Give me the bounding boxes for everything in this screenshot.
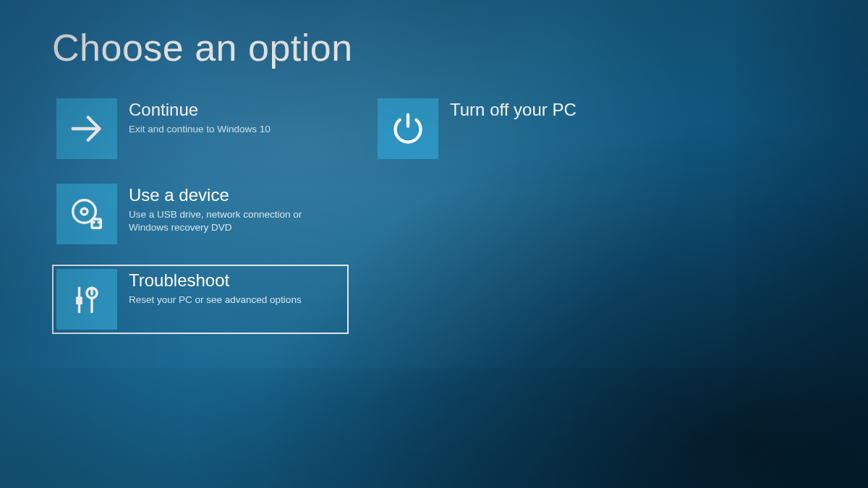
option-use-device[interactable]: Use a device Use a USB drive, network co…	[52, 179, 349, 249]
option-troubleshoot-title: Troubleshoot	[129, 270, 302, 291]
disc-usb-icon	[56, 184, 117, 244]
option-use-device-desc: Use a USB drive, network connection or W…	[129, 208, 331, 234]
page-title: Choose an option	[52, 26, 816, 69]
option-troubleshoot-desc: Reset your PC or see advanced options	[129, 294, 302, 307]
power-icon	[378, 98, 438, 159]
option-use-device-title: Use a device	[129, 185, 331, 205]
option-continue-title: Continue	[129, 100, 271, 120]
tools-icon	[56, 269, 117, 330]
svg-point-2	[81, 208, 88, 215]
arrow-right-icon	[56, 98, 117, 159]
option-troubleshoot[interactable]: Troubleshoot Reset your PC or see advanc…	[52, 265, 349, 334]
option-turn-off[interactable]: Turn off your PC	[373, 94, 670, 163]
option-continue[interactable]: Continue Exit and continue to Windows 10	[52, 94, 349, 163]
option-continue-desc: Exit and continue to Windows 10	[129, 123, 271, 136]
option-turn-off-title: Turn off your PC	[450, 100, 576, 120]
